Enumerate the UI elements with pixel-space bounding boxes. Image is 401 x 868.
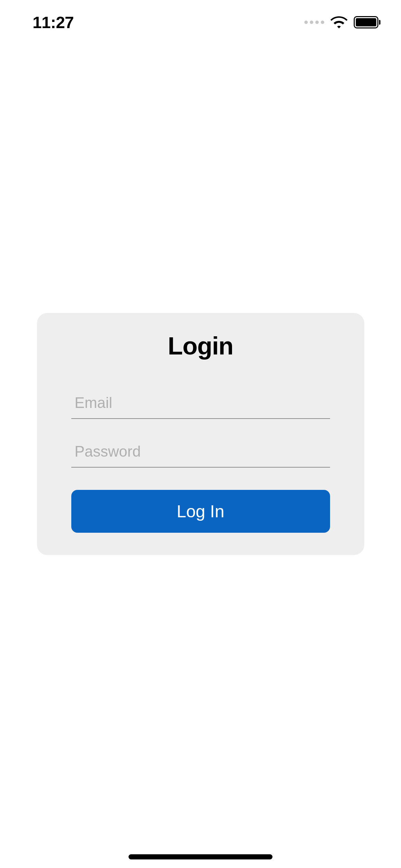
main-content: Login Log In bbox=[0, 0, 401, 868]
login-title: Login bbox=[71, 332, 330, 360]
login-card: Login Log In bbox=[37, 313, 364, 555]
login-button[interactable]: Log In bbox=[71, 490, 330, 533]
password-field[interactable] bbox=[71, 436, 330, 468]
email-field[interactable] bbox=[71, 387, 330, 419]
home-indicator[interactable] bbox=[129, 854, 272, 859]
